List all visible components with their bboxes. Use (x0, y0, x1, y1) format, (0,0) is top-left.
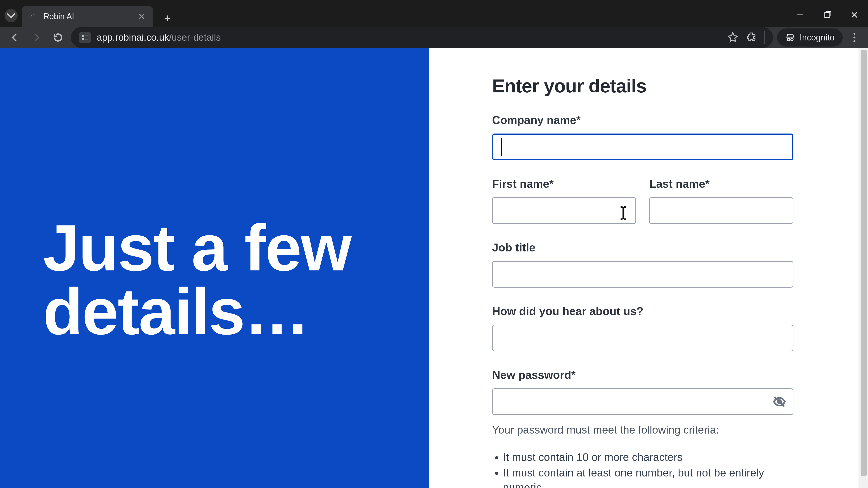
form-heading: Enter your details (492, 75, 794, 97)
svg-point-7 (854, 40, 856, 42)
omnibox-actions (727, 31, 765, 44)
page-scrollbar-thumb[interactable] (861, 50, 867, 476)
url-path: /user-details (169, 32, 221, 43)
new-password-input[interactable] (492, 388, 794, 415)
hear-about-field: How did you hear about us? (492, 305, 794, 351)
toolbar-separator (765, 31, 765, 44)
search-tabs-button[interactable] (4, 9, 18, 22)
tab-strip: Robin AI ✕ + (0, 0, 174, 27)
browser-titlebar: Robin AI ✕ + (0, 0, 868, 27)
nav-forward-button[interactable] (28, 29, 45, 46)
first-name-input[interactable] (492, 197, 636, 224)
new-tab-button[interactable]: + (161, 12, 174, 25)
window-controls (786, 0, 868, 27)
hero-headline: Just a few details… (0, 216, 429, 343)
page-scrollbar-track[interactable] (859, 48, 868, 488)
hear-about-label: How did you hear about us? (492, 305, 794, 318)
tab-title: Robin AI (43, 12, 74, 21)
last-name-field: Last name* (649, 177, 794, 224)
window-maximize-button[interactable] (814, 8, 841, 22)
site-info-icon[interactable] (79, 32, 91, 43)
new-password-label: New password* (492, 368, 794, 382)
password-rule-item: It must contain at least one number, but… (503, 466, 794, 488)
company-name-label: Company name* (492, 113, 794, 127)
job-title-field: Job title (492, 241, 794, 288)
window-minimize-button[interactable] (786, 8, 814, 22)
password-rule-item: It must contain 10 or more characters (503, 450, 794, 465)
nav-reload-button[interactable] (49, 29, 67, 46)
form-panel: Enter your details Company name* First n… (429, 48, 868, 488)
svg-point-4 (791, 38, 793, 41)
address-bar-url: app.robinai.co.uk/user-details (97, 32, 721, 43)
password-hint: Your password must meet the following cr… (492, 424, 794, 436)
svg-point-1 (82, 35, 84, 37)
job-title-input[interactable] (492, 261, 794, 288)
nav-back-button[interactable] (6, 29, 24, 46)
password-visibility-toggle[interactable] (772, 394, 786, 409)
incognito-badge[interactable]: Incognito (777, 29, 843, 46)
bookmark-star-icon[interactable] (727, 32, 738, 43)
svg-rect-0 (825, 12, 830, 18)
eye-off-icon (773, 395, 786, 408)
hear-about-input[interactable] (492, 325, 794, 351)
tab-favicon-icon (29, 12, 38, 21)
last-name-label: Last name* (649, 177, 794, 191)
password-rules-list: It must contain 10 or more characters It… (503, 450, 794, 488)
incognito-label: Incognito (800, 33, 835, 42)
job-title-label: Job title (492, 241, 794, 254)
svg-point-2 (82, 38, 84, 40)
first-name-label: First name* (492, 177, 636, 191)
incognito-icon (785, 33, 795, 42)
window-close-button[interactable] (841, 8, 868, 22)
svg-point-6 (854, 37, 856, 39)
new-password-field: New password* Your password must meet th… (492, 368, 794, 488)
tab-close-button[interactable]: ✕ (138, 11, 146, 22)
browser-toolbar: app.robinai.co.uk/user-details Incognito (0, 27, 868, 48)
address-bar[interactable]: app.robinai.co.uk/user-details (71, 27, 773, 48)
company-name-input[interactable] (492, 133, 794, 160)
browser-menu-button[interactable] (847, 33, 862, 42)
page-viewport: Just a few details… Enter your details C… (0, 48, 868, 488)
hero-panel: Just a few details… (0, 48, 429, 488)
svg-point-5 (854, 33, 856, 35)
browser-tab-active[interactable]: Robin AI ✕ (22, 6, 153, 27)
last-name-input[interactable] (649, 197, 794, 224)
svg-point-3 (787, 38, 790, 41)
text-caret (501, 138, 502, 156)
extensions-icon[interactable] (746, 32, 757, 43)
url-host: app.robinai.co.uk (97, 32, 169, 43)
first-name-field: First name* (492, 177, 636, 224)
company-name-field: Company name* (492, 113, 794, 160)
